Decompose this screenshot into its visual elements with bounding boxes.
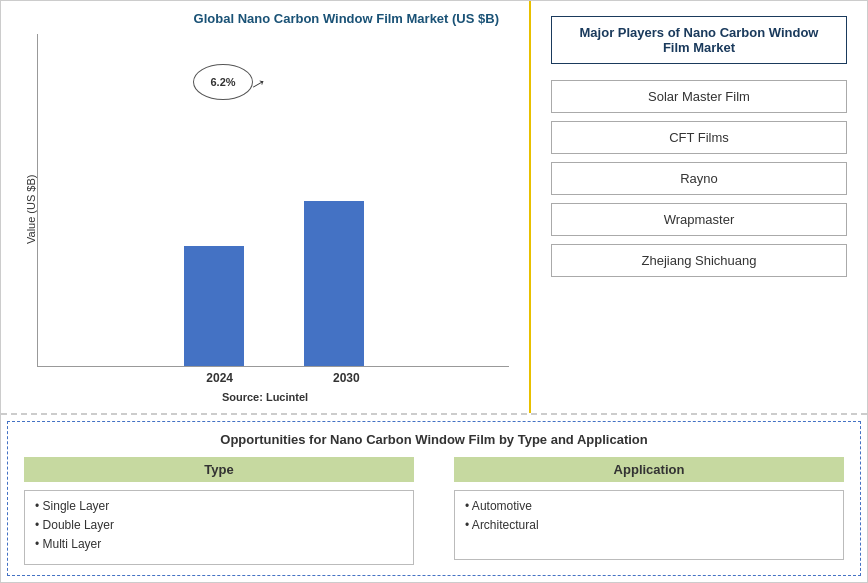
- y-axis-label: Value (US $B): [21, 34, 37, 385]
- chart-area: Global Nano Carbon Window Film Market (U…: [1, 1, 531, 413]
- type-item-1: • Single Layer: [35, 499, 403, 513]
- main-container: Global Nano Carbon Window Film Market (U…: [0, 0, 868, 583]
- cagr-bubble: 6.2%: [193, 64, 253, 100]
- application-item-2: • Architectural: [465, 518, 833, 532]
- type-header: Type: [24, 457, 414, 482]
- type-items: • Single Layer • Double Layer • Multi La…: [24, 490, 414, 565]
- x-axis-labels: 2024 2030: [37, 371, 509, 385]
- x-label-2024: 2024: [206, 371, 233, 385]
- player-item-4: Wrapmaster: [551, 203, 847, 236]
- chart-body: Value (US $B) 6.2% →: [21, 34, 509, 385]
- bar-2024: [184, 246, 244, 366]
- bars-container: 6.2% →: [37, 34, 509, 367]
- player-item-1: Solar Master Film: [551, 80, 847, 113]
- player-item-3: Rayno: [551, 162, 847, 195]
- top-section: Global Nano Carbon Window Film Market (U…: [1, 1, 867, 415]
- bar-group-2030: [304, 201, 364, 366]
- players-area: Major Players of Nano Carbon Window Film…: [531, 1, 867, 413]
- application-item-1: • Automotive: [465, 499, 833, 513]
- application-column: Application • Automotive • Architectural: [454, 457, 844, 565]
- chart-title: Global Nano Carbon Window Film Market (U…: [21, 11, 509, 26]
- bar-2030: [304, 201, 364, 366]
- application-header: Application: [454, 457, 844, 482]
- source-label: Source: Lucintel: [21, 391, 509, 403]
- type-column: Type • Single Layer • Double Layer • Mul…: [24, 457, 414, 565]
- players-title: Major Players of Nano Carbon Window Film…: [551, 16, 847, 64]
- bottom-section: Opportunities for Nano Carbon Window Fil…: [7, 421, 861, 576]
- player-item-5: Zhejiang Shichuang: [551, 244, 847, 277]
- bottom-cols: Type • Single Layer • Double Layer • Mul…: [24, 457, 844, 565]
- x-label-2030: 2030: [333, 371, 360, 385]
- type-item-3: • Multi Layer: [35, 537, 403, 551]
- player-item-2: CFT Films: [551, 121, 847, 154]
- chart-plot: 6.2% → 2024 2030: [37, 34, 509, 385]
- application-items: • Automotive • Architectural: [454, 490, 844, 560]
- bar-group-2024: [184, 246, 244, 366]
- type-item-2: • Double Layer: [35, 518, 403, 532]
- bottom-title: Opportunities for Nano Carbon Window Fil…: [24, 432, 844, 447]
- cagr-value: 6.2%: [210, 76, 235, 88]
